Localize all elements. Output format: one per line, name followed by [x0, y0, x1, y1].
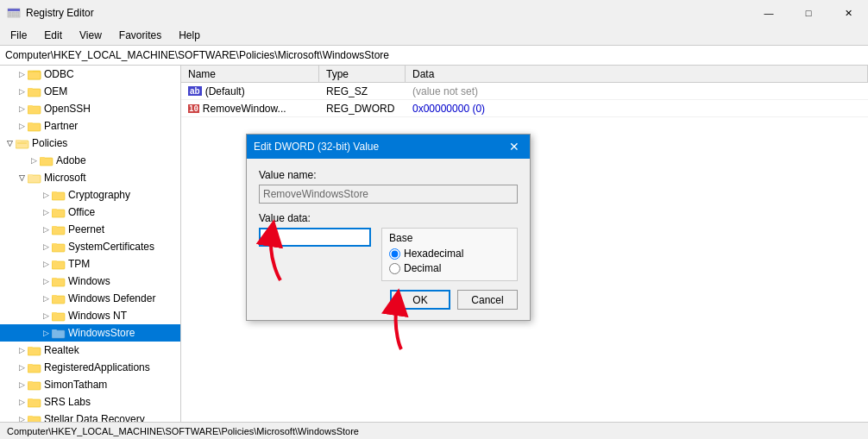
hexadecimal-radio-row: Hexadecimal [389, 248, 510, 260]
col-header-data: Data [406, 66, 868, 82]
decimal-radio[interactable] [389, 263, 400, 274]
svg-rect-10 [28, 106, 41, 114]
tree-item-stellar[interactable]: ▷ Stellar Data Recovery [0, 411, 180, 422]
svg-rect-9 [28, 88, 33, 90]
folder-icon [28, 85, 41, 97]
value-data-label: Value data: [259, 212, 518, 224]
close-button[interactable]: ✕ [828, 0, 868, 26]
tree-item-policies[interactable]: ▽ Policies [0, 135, 180, 152]
value-name-input [259, 185, 518, 204]
cancel-button[interactable]: Cancel [457, 290, 518, 310]
minimize-button[interactable]: — [749, 0, 789, 26]
ok-button[interactable]: OK [390, 290, 450, 310]
status-text: Computer\HKEY_LOCAL_MACHINE\SOFTWARE\Pol… [7, 426, 359, 436]
value-data-input[interactable] [259, 228, 371, 247]
svg-rect-1 [8, 9, 20, 11]
tree-item-systemcerts[interactable]: ▷ SystemCertificates [0, 238, 180, 255]
folder-icon [52, 241, 66, 253]
folder-open-icon [28, 172, 41, 184]
svg-rect-38 [52, 329, 57, 331]
svg-rect-2 [9, 12, 11, 16]
tree-item-regapps[interactable]: ▷ RegisteredApplications [0, 359, 180, 376]
folder-icon [28, 396, 41, 408]
value-data-row: Base Hexadecimal Decimal [259, 228, 518, 281]
tree-item-windows[interactable]: ▷ Windows [0, 273, 180, 290]
menu-bar: File Edit View Favorites Help [0, 26, 868, 45]
arrow-icon: ▷ [16, 120, 28, 132]
svg-rect-32 [52, 278, 57, 279]
maximize-button[interactable]: □ [789, 0, 828, 26]
tree-item-peernet[interactable]: ▷ Peernet [0, 221, 180, 238]
svg-rect-46 [28, 398, 33, 400]
tree-item-odbc[interactable]: ▷ ODBC [0, 66, 180, 83]
svg-rect-30 [52, 260, 57, 262]
reg-type-removewindows: REG_DWORD [319, 100, 406, 116]
decimal-label: Decimal [404, 262, 441, 274]
arrow-icon: ▷ [16, 85, 28, 97]
tree-item-realtek[interactable]: ▷ Realtek [0, 342, 180, 359]
folder-icon [52, 327, 66, 339]
tree-label: Adobe [56, 154, 86, 166]
tree-item-tpm[interactable]: ▷ TPM [0, 255, 180, 273]
tree-item-office[interactable]: ▷ Office [0, 204, 180, 221]
dialog-body: Value name: Value data: Base Hexadecimal… [247, 159, 530, 320]
reg-row-removewindows[interactable]: 10 RemoveWindow... REG_DWORD 0x00000000 … [181, 100, 868, 117]
dialog-close-button[interactable]: ✕ [506, 138, 523, 155]
svg-rect-44 [28, 381, 33, 383]
svg-rect-14 [16, 141, 28, 148]
reg-name-default: ab (Default) [181, 83, 319, 99]
svg-rect-29 [52, 261, 65, 269]
arrow-icon: ▷ [16, 344, 28, 356]
tree-item-windefender[interactable]: ▷ Windows Defender [0, 290, 180, 307]
tree-scroll[interactable]: ▷ ODBC ▷ OEM ▷ OpenSSH ▷ Partner [0, 66, 180, 422]
tree-item-srslabs[interactable]: ▷ SRS Labs [0, 393, 180, 411]
svg-rect-27 [52, 244, 65, 252]
svg-rect-12 [28, 123, 41, 131]
arrow-icon: ▷ [40, 275, 52, 287]
svg-rect-21 [52, 192, 65, 200]
arrow-expanded-icon: ▽ [16, 172, 28, 184]
tree-item-partner[interactable]: ▷ Partner [0, 117, 180, 135]
tree-item-adobe[interactable]: ▷ Adobe [0, 152, 180, 169]
tree-item-openssh[interactable]: ▷ OpenSSH [0, 100, 180, 117]
title-bar: Registry Editor — □ ✕ [0, 0, 868, 26]
tree-panel: ▷ ODBC ▷ OEM ▷ OpenSSH ▷ Partner [0, 66, 181, 422]
tree-item-windowsstore[interactable]: ▷ WindowsStore [0, 324, 180, 342]
menu-view[interactable]: View [72, 28, 109, 43]
dialog-title: Edit DWORD (32-bit) Value [254, 141, 379, 153]
column-headers: Name Type Data [181, 66, 868, 83]
tree-item-windowsnt[interactable]: ▷ Windows NT [0, 307, 180, 324]
folder-icon [28, 379, 41, 391]
folder-icon [52, 258, 66, 270]
folder-icon [28, 361, 41, 373]
tree-item-oem[interactable]: ▷ OEM [0, 83, 180, 100]
svg-rect-34 [52, 295, 57, 297]
tree-label: Peernet [68, 223, 104, 235]
arrow-expanded-icon: ▽ [3, 137, 16, 149]
menu-help[interactable]: Help [172, 28, 207, 43]
svg-rect-40 [28, 347, 33, 348]
svg-rect-28 [52, 243, 57, 245]
folder-icon [52, 292, 66, 304]
menu-edit[interactable]: Edit [37, 28, 69, 43]
tree-item-microsoft[interactable]: ▽ Microsoft [0, 169, 180, 186]
reg-row-default[interactable]: ab (Default) REG_SZ (value not set) [181, 83, 868, 100]
svg-rect-8 [28, 89, 41, 97]
menu-favorites[interactable]: Favorites [112, 28, 168, 43]
svg-rect-26 [52, 226, 57, 228]
svg-rect-11 [28, 105, 33, 107]
arrow-icon: ▷ [40, 292, 52, 304]
menu-file[interactable]: File [3, 28, 34, 43]
base-group: Base Hexadecimal Decimal [381, 228, 518, 281]
tree-item-cryptography[interactable]: ▷ Cryptography [0, 186, 180, 204]
tree-label: Office [68, 206, 95, 218]
dialog-title-bar: Edit DWORD (32-bit) Value ✕ [247, 135, 530, 159]
hexadecimal-radio[interactable] [389, 248, 400, 260]
svg-rect-20 [28, 174, 33, 176]
svg-rect-18 [40, 157, 45, 159]
folder-icon [52, 206, 66, 218]
folder-icon [28, 120, 41, 132]
tree-label: SRS Labs [44, 396, 91, 408]
tree-label: RegisteredApplications [44, 361, 150, 373]
tree-item-simontatham[interactable]: ▷ SimonTatham [0, 376, 180, 393]
